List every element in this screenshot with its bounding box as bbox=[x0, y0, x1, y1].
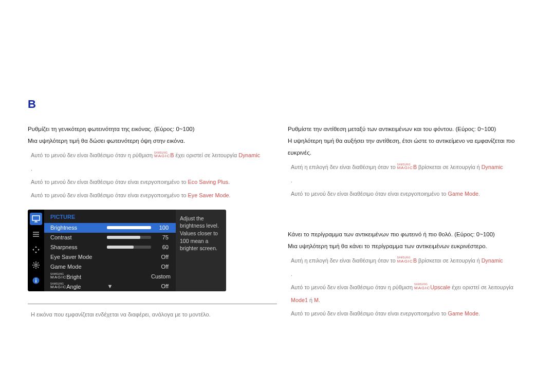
osd-title: PICTURE bbox=[44, 210, 176, 223]
right-column: Ρυθμίστε την αντίθεση μεταξύ των αντικει… bbox=[288, 123, 527, 321]
bullet-text: Αυτό το μενού δεν είναι διαθέσιμο όταν ε… bbox=[31, 189, 230, 202]
footnote: Η εικόνα που εμφανίζεται ενδέχεται να δι… bbox=[28, 311, 267, 318]
monitor-icon[interactable] bbox=[30, 213, 42, 225]
magic-upscale-icon: SAMSUNGMAGIC bbox=[414, 284, 430, 290]
osd-row-value: 60 bbox=[151, 244, 172, 250]
svg-line-17 bbox=[33, 267, 34, 268]
r2-bullet-1-end: . bbox=[288, 268, 527, 281]
osd-sidebar bbox=[28, 210, 44, 291]
osd-row-value: Off bbox=[151, 264, 172, 270]
svg-point-10 bbox=[35, 264, 37, 266]
svg-marker-8 bbox=[32, 249, 34, 251]
left-bullet-1-end: . bbox=[28, 162, 267, 176]
move-icon[interactable] bbox=[30, 244, 42, 256]
svg-line-18 bbox=[38, 263, 39, 264]
left-bullets: Αυτό το μενού δεν είναι διαθέσιμο όταν η… bbox=[28, 149, 267, 202]
svg-point-20 bbox=[35, 278, 36, 279]
svg-rect-0 bbox=[32, 216, 40, 220]
osd-row-value: 75 bbox=[151, 234, 172, 240]
osd-description: Adjust the brightness level. Values clos… bbox=[176, 210, 226, 291]
osd-row-value: Off bbox=[151, 254, 172, 260]
osd-slider[interactable] bbox=[107, 246, 151, 249]
osd-row[interactable]: Contrast75 bbox=[44, 233, 176, 242]
r2-p1: Κάνει το περίγραμμα των αντικειμένων πιο… bbox=[288, 229, 527, 240]
magic-bright-icon: SAMSUNGMAGIC bbox=[397, 257, 413, 264]
osd-row-label: SAMSUNGMAGICAngle bbox=[50, 283, 107, 290]
magic-bright-icon: SAMSUNGMAGIC bbox=[154, 152, 170, 159]
r1-p1: Ρυθμίστε την αντίθεση μεταξύ των αντικει… bbox=[288, 123, 527, 135]
osd-row-label: SAMSUNGMAGICBright bbox=[50, 273, 107, 280]
svg-rect-21 bbox=[35, 280, 36, 283]
left-bullet-3: Αυτό το μενού δεν είναι διαθέσιμο όταν ε… bbox=[28, 189, 267, 202]
r1-bullet-2: Αυτό το μενού δεν είναι διαθέσιμο όταν ε… bbox=[288, 188, 527, 201]
r1-p2: Η υψηλότερη τιμή θα αυξήσει την αντίθεση… bbox=[288, 135, 527, 159]
r2-bullet-3: Αυτό το μενού δεν είναι διαθέσιμο όταν ε… bbox=[288, 307, 527, 321]
osd-list: PICTURE Brightness100Contrast75Sharpness… bbox=[44, 210, 176, 291]
osd-panel: PICTURE Brightness100Contrast75Sharpness… bbox=[28, 210, 226, 291]
osd-slider[interactable] bbox=[107, 226, 151, 229]
chevron-down-icon[interactable]: ▼ bbox=[107, 283, 113, 289]
divider bbox=[28, 304, 277, 304]
left-p2: Μια υψηλότερη τιμή θα δώσει φωτεινότερη … bbox=[28, 135, 267, 147]
svg-marker-6 bbox=[35, 246, 37, 248]
bullet-text: Αυτό το μενού δεν είναι διαθέσιμο όταν η… bbox=[31, 149, 260, 162]
svg-line-15 bbox=[33, 263, 34, 264]
osd-main: PICTURE Brightness100Contrast75Sharpness… bbox=[44, 210, 226, 291]
svg-marker-9 bbox=[38, 249, 40, 251]
left-column: Ρυθμίζει τη γενικότερη φωτεινότητα της ε… bbox=[28, 123, 267, 321]
left-p1: Ρυθμίζει τη γενικότερη φωτεινότητα της ε… bbox=[28, 123, 267, 135]
osd-row-label: Eye Saver Mode bbox=[50, 254, 107, 260]
r1-bullets: Αυτή η επιλογή δεν είναι διαθέσιμη όταν … bbox=[288, 161, 527, 201]
r1-bullet-1: Αυτή η επιλογή δεν είναι διαθέσιμη όταν … bbox=[288, 161, 527, 174]
osd-row-value: 100 bbox=[151, 225, 172, 231]
left-bullet-1: Αυτό το μενού δεν είναι διαθέσιμο όταν η… bbox=[28, 149, 267, 162]
osd-row[interactable]: Brightness100 bbox=[44, 223, 176, 233]
osd-row[interactable]: Sharpness60 bbox=[44, 242, 176, 252]
osd-row-label: Contrast bbox=[50, 234, 107, 240]
osd-row[interactable]: SAMSUNGMAGICBrightCustom bbox=[44, 272, 176, 282]
r2-bullet-2: Αυτό το μενού δεν είναι διαθέσιμο όταν η… bbox=[288, 281, 527, 308]
r2-bullet-1: Αυτή η επιλογή δεν είναι διαθέσιμη όταν … bbox=[288, 254, 527, 268]
osd-row[interactable]: Eye Saver ModeOff bbox=[44, 252, 176, 262]
svg-line-16 bbox=[38, 267, 39, 268]
osd-row-label: Game Mode bbox=[50, 264, 107, 270]
magic-bright-icon: SAMSUNGMAGIC bbox=[397, 164, 413, 171]
osd-row-value: Off bbox=[151, 283, 172, 289]
right-block-2: Κάνει το περίγραμμα των αντικειμένων πιο… bbox=[288, 229, 527, 321]
gear-icon[interactable] bbox=[30, 259, 42, 271]
osd-row[interactable]: Game ModeOff bbox=[44, 262, 176, 272]
osd-slider[interactable] bbox=[107, 236, 151, 239]
osd-row-label: Brightness bbox=[50, 225, 107, 231]
osd-row-value: Custom bbox=[151, 273, 172, 279]
list-icon[interactable] bbox=[30, 228, 42, 240]
info-icon[interactable] bbox=[30, 274, 42, 287]
section-mark: B bbox=[28, 98, 36, 111]
r2-p2: Μια υψηλότερη τιμή θα κάνει το περίγραμμ… bbox=[288, 240, 527, 252]
left-bullet-2: Αυτό το μενού δεν είναι διαθέσιμο όταν ε… bbox=[28, 176, 267, 189]
bullet-text: Αυτό το μενού δεν είναι διαθέσιμο όταν ε… bbox=[31, 176, 230, 189]
r2-bullets: Αυτή η επιλογή δεν είναι διαθέσιμη όταν … bbox=[288, 254, 527, 321]
svg-marker-7 bbox=[35, 252, 37, 253]
r1-bullet-1-end: . bbox=[288, 174, 527, 188]
osd-row-label: Sharpness bbox=[50, 244, 107, 250]
